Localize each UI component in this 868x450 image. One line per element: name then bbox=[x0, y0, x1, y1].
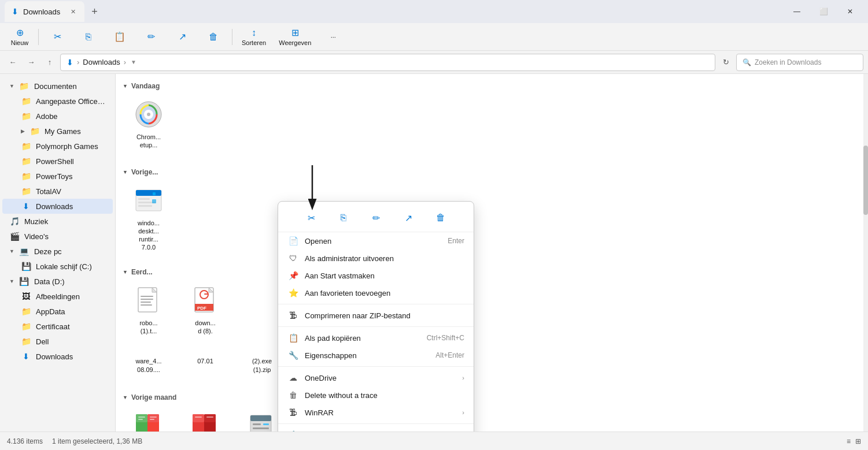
folder-icon: 📁 bbox=[19, 81, 29, 91]
vorige-maand-expand-icon[interactable]: ▼ bbox=[123, 395, 128, 400]
ctx-properties-item[interactable]: 🔧 Eigenschappen Alt+Enter bbox=[278, 347, 474, 364]
sidebar-item-afbeeldingen[interactable]: 🖼 Afbeeldingen bbox=[2, 289, 113, 304]
address-separator: › bbox=[77, 58, 79, 66]
content-inner: ▼ Vandaag bbox=[116, 74, 868, 432]
sidebar-item-data-d[interactable]: ▼ 💾 Data (D:) bbox=[2, 274, 113, 289]
more-button[interactable]: ··· bbox=[318, 25, 348, 49]
ctx-onedrive-label: OneDrive bbox=[305, 374, 456, 382]
forward-button[interactable]: → bbox=[23, 54, 39, 70]
sidebar-item-label: Data (D:) bbox=[34, 277, 106, 286]
sidebar-item-aangepaste[interactable]: 📁 Aangepaste Office-... bbox=[2, 94, 113, 109]
vandaag-header[interactable]: ▼ Vandaag bbox=[123, 79, 861, 92]
ctx-add-fav-item[interactable]: ⭐ Aan favorieten toevoegen bbox=[278, 284, 474, 302]
ctx-more-options-item[interactable]: 📋 Meer opties weergeven Shift+F10 bbox=[278, 426, 474, 432]
vorige-maand-header[interactable]: ▼ Vorige maand bbox=[123, 390, 861, 404]
paste-button[interactable]: 📋 bbox=[105, 25, 135, 49]
status-list-icon[interactable]: ≡ bbox=[847, 437, 851, 445]
vandaag-expand-icon[interactable]: ▼ bbox=[123, 83, 128, 89]
status-grid-icon[interactable]: ⊞ bbox=[855, 437, 861, 445]
search-box[interactable]: 🔍 Zoeken in Downloads bbox=[736, 54, 863, 71]
ctx-copy-button[interactable]: ⎘ bbox=[334, 209, 353, 227]
sidebar-item-muziek[interactable]: 🎵 Muziek bbox=[2, 214, 113, 229]
sidebar-item-powershell[interactable]: 📁 PowerShell bbox=[2, 154, 113, 169]
ctx-pin-start-item[interactable]: 📌 Aan Start vastmaken bbox=[278, 267, 474, 284]
file-item-pdf[interactable]: PDF down...d (8). bbox=[179, 281, 231, 339]
svg-rect-43 bbox=[253, 427, 269, 429]
sidebar-item-my-games[interactable]: ▶ 📁 My Games bbox=[2, 124, 113, 139]
sidebar-item-videos[interactable]: 🎬 Video's bbox=[2, 229, 113, 244]
file-item-robo[interactable]: robo...(1).t... bbox=[123, 281, 175, 339]
sidebar-item-documenten[interactable]: ▼ 📁 Documenten bbox=[2, 79, 113, 94]
ctx-properties-label: Eigenschappen bbox=[305, 351, 430, 360]
svg-rect-15 bbox=[141, 296, 153, 297]
ctx-compress-item[interactable]: 🗜 Comprimeren naar ZIP-bestand bbox=[278, 307, 474, 324]
share-button[interactable]: ↗ bbox=[167, 25, 197, 49]
ctx-delete-button[interactable]: 🗑 bbox=[431, 209, 450, 227]
sidebar-item-appdata[interactable]: 📁 AppData bbox=[2, 304, 113, 319]
ctx-run-admin-item[interactable]: 🛡 Als administrator uitvoeren bbox=[278, 250, 474, 267]
sort-button[interactable]: ↕ Sorteren bbox=[236, 25, 272, 49]
sort-label: Sorteren bbox=[242, 39, 266, 46]
ctx-open-item[interactable]: 📄 Openen Enter bbox=[278, 232, 474, 250]
open-icon: 📄 bbox=[287, 236, 299, 246]
cut-button[interactable]: ✂ bbox=[42, 25, 72, 49]
ctx-onedrive-item[interactable]: ☁ OneDrive › bbox=[278, 369, 474, 386]
svg-rect-37 bbox=[195, 416, 202, 418]
file-item-extra1[interactable]: ware_4...08.09.... bbox=[123, 351, 175, 377]
vorige-file-grid: windo...deskt...runtir...7.0.0 bbox=[123, 178, 861, 262]
scrollbar-thumb[interactable] bbox=[863, 146, 868, 215]
downloads-tab[interactable]: ⬇ Downloads ✕ bbox=[5, 1, 84, 22]
delete-button[interactable]: 🗑 bbox=[198, 25, 228, 49]
new-tab-button[interactable]: + bbox=[87, 6, 102, 18]
vorige-header[interactable]: ▼ Vorige... bbox=[123, 165, 861, 178]
sidebar-item-polymorph[interactable]: 📁 Polymorph Games bbox=[2, 139, 113, 154]
sidebar-item-totalav[interactable]: 📁 TotalAV bbox=[2, 184, 113, 199]
sidebar-item-downloads[interactable]: ⬇ Downloads bbox=[2, 199, 113, 214]
new-label: Nieuw bbox=[11, 39, 29, 46]
address-download-icon: ⬇ bbox=[67, 58, 73, 67]
ctx-rename-button[interactable]: ✏ bbox=[367, 209, 385, 227]
ctx-copy-path-item[interactable]: 📋 Als pad kopiëren Ctrl+Shift+C bbox=[278, 329, 474, 347]
maximize-button[interactable]: ⬜ bbox=[810, 2, 837, 21]
address-bar[interactable]: ⬇ › Downloads › ▼ bbox=[60, 54, 715, 71]
up-button[interactable]: ↑ bbox=[42, 54, 58, 70]
view-button[interactable]: ⊞ Weergeven bbox=[273, 25, 317, 49]
ctx-separator-3 bbox=[278, 366, 474, 367]
sidebar-item-lokale-schijf[interactable]: 💾 Lokale schijf (C:) bbox=[2, 259, 113, 274]
rename-button[interactable]: ✏ bbox=[136, 25, 166, 49]
sidebar-item-downloads2[interactable]: ⬇ Downloads bbox=[2, 349, 113, 364]
minimize-button[interactable]: — bbox=[784, 2, 810, 21]
file-item-uninst[interactable]: uninst... bbox=[179, 406, 231, 432]
ctx-winrar-item[interactable]: 🗜 WinRAR › bbox=[278, 404, 474, 421]
close-button[interactable]: ✕ bbox=[837, 2, 863, 21]
vorige-expand-icon[interactable]: ▼ bbox=[123, 169, 128, 175]
sidebar-item-certificaat[interactable]: 📁 Certificaat bbox=[2, 319, 113, 334]
scrollbar[interactable] bbox=[863, 74, 868, 432]
file-item-docket[interactable]: docket-c... bbox=[123, 406, 175, 432]
copy-button[interactable]: ⎘ bbox=[73, 25, 104, 49]
ctx-cut-button[interactable]: ✂ bbox=[302, 209, 320, 227]
sidebar-item-deze-pc[interactable]: ▼ 💻 Deze pc bbox=[2, 244, 113, 259]
svg-rect-12 bbox=[153, 192, 156, 195]
eerder-expand-icon[interactable]: ▼ bbox=[123, 269, 128, 275]
file-name-extra1: ware_4...08.09.... bbox=[135, 357, 161, 374]
svg-rect-42 bbox=[263, 423, 269, 425]
status-item-count: 4.136 items bbox=[7, 437, 43, 445]
sidebar-item-powertoys[interactable]: 📁 PowerToys bbox=[2, 169, 113, 184]
ctx-share-button[interactable]: ↗ bbox=[399, 209, 418, 227]
sidebar-item-dell[interactable]: 📁 Dell bbox=[2, 334, 113, 349]
address-dropdown-icon[interactable]: ▼ bbox=[131, 59, 136, 65]
new-button[interactable]: ⊕ Nieuw bbox=[5, 25, 35, 49]
file-item-chrome[interactable]: Chrom...etup... bbox=[123, 95, 175, 153]
vorige-maand-label: Vorige maand bbox=[131, 393, 176, 401]
sidebar-item-label: Dell bbox=[36, 337, 106, 346]
tab-close-button[interactable]: ✕ bbox=[68, 7, 77, 16]
back-button[interactable]: ← bbox=[5, 54, 21, 70]
file-item-windows-setup[interactable]: windo...deskt...runtir...7.0.0 bbox=[123, 181, 175, 255]
refresh-button[interactable]: ↻ bbox=[718, 54, 734, 70]
ctx-delete-trace-item[interactable]: 🗑 Delete without a trace bbox=[278, 386, 474, 404]
file-item-extra2[interactable]: 07.01 bbox=[179, 351, 231, 377]
drive-icon: 💾 bbox=[21, 262, 31, 271]
sidebar-item-adobe[interactable]: 📁 Adobe bbox=[2, 109, 113, 124]
eerder-header[interactable]: ▼ Eerd... bbox=[123, 265, 861, 278]
